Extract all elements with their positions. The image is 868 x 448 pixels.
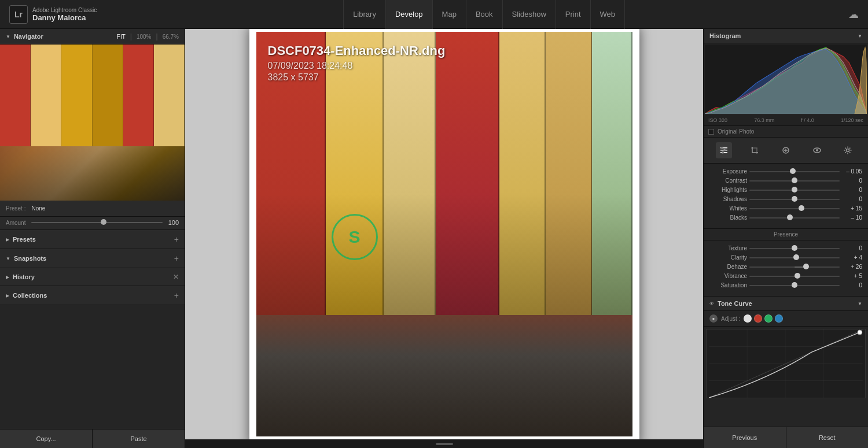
texture-row: Texture 0 — [709, 245, 862, 251]
cloud-icon[interactable]: ☁ — [848, 8, 859, 21]
image-overlay — [256, 32, 632, 436]
masking-tool[interactable] — [809, 142, 825, 158]
highlights-thumb[interactable] — [792, 187, 797, 192]
tool-icons — [704, 138, 868, 164]
vibrance-slider[interactable] — [749, 276, 840, 277]
tone-curve-collapse-icon[interactable]: ▼ — [858, 301, 862, 306]
bottom-strip — [185, 439, 703, 448]
dehaze-slider[interactable] — [749, 266, 840, 268]
texture-thumb[interactable] — [792, 245, 797, 251]
vibrance-thumb[interactable] — [795, 273, 800, 279]
exposure-row: Exposure – 0.05 — [709, 168, 862, 175]
exposure-value: – 0.05 — [842, 168, 862, 175]
tc-green-dot[interactable] — [764, 314, 773, 323]
dehaze-thumb[interactable] — [803, 264, 809, 269]
shadows-slider[interactable] — [749, 199, 840, 200]
history-left: ▶ History — [6, 273, 35, 280]
history-close-icon[interactable]: ✕ — [173, 273, 179, 281]
healing-tool[interactable] — [778, 142, 794, 158]
settings-tool[interactable] — [840, 142, 856, 158]
contrast-slider[interactable] — [749, 180, 840, 182]
image-dimensions: 3825 x 5737 — [268, 72, 446, 83]
tone-curve-title: Tone Curve — [718, 300, 752, 307]
saturation-value: 0 — [842, 282, 862, 288]
snapshots-add-icon[interactable]: + — [174, 254, 179, 263]
preset-label: Preset : — [6, 205, 25, 212]
reset-button[interactable]: Reset — [786, 427, 869, 448]
snapshots-header[interactable]: ▼ Snapshots + — [0, 249, 185, 268]
nav-right: ☁ — [848, 8, 859, 21]
collections-add-icon[interactable]: + — [174, 291, 179, 300]
nav-web[interactable]: Web — [591, 0, 626, 29]
saturation-slider[interactable] — [749, 285, 840, 286]
presets-add-icon[interactable]: + — [174, 235, 179, 244]
app-logo: Lr — [9, 5, 28, 24]
tc-blue-dot[interactable] — [775, 314, 783, 323]
preview-buildings — [0, 45, 185, 146]
snapshots-title: Snapshots — [14, 255, 46, 262]
whites-row: Whites + 15 — [709, 205, 862, 212]
tone-curve-eye-icon[interactable]: 👁 — [709, 301, 714, 306]
crop-tool[interactable] — [746, 142, 763, 158]
image-filename: DSCF0734-Enhanced-NR.dng — [268, 43, 446, 58]
zoom-options: FIT | 100% | 66.7% — [117, 32, 179, 40]
app-name: Adobe Lightroom Classic — [32, 7, 97, 13]
nav-develop[interactable]: Develop — [386, 0, 433, 29]
zoom-667[interactable]: 66.7% — [163, 34, 179, 40]
presets-header[interactable]: ▶ Presets + — [0, 230, 185, 249]
zoom-100[interactable]: 100% — [137, 34, 152, 40]
nav-slideshow[interactable]: Slideshow — [503, 0, 556, 29]
image-info: DSCF0734-Enhanced-NR.dng 07/09/2023 18:2… — [268, 43, 446, 83]
highlights-value: 0 — [842, 187, 862, 193]
nav-print[interactable]: Print — [556, 0, 591, 29]
tone-curve-adjust-label: Adjust : — [721, 316, 740, 322]
amount-slider-thumb[interactable] — [101, 219, 106, 225]
tc-white-dot[interactable] — [744, 314, 752, 323]
blacks-thumb[interactable] — [787, 214, 793, 220]
building-1 — [0, 45, 31, 146]
amount-slider[interactable] — [31, 222, 162, 223]
contrast-thumb[interactable] — [792, 177, 797, 183]
image-wrapper: S DSCF0734-Enhanced-NR.dng 07/09/2023 18… — [249, 29, 639, 439]
histogram-collapse-icon[interactable]: ▼ — [858, 34, 862, 39]
copy-button[interactable]: Copy... — [0, 430, 93, 448]
vibrance-row: Vibrance + 5 — [709, 273, 862, 279]
strip-handle[interactable] — [436, 443, 453, 445]
tone-curve-point-icon[interactable]: ● — [709, 314, 718, 323]
tc-red-dot[interactable] — [754, 314, 762, 323]
clarity-slider[interactable] — [749, 257, 840, 258]
collections-header[interactable]: ▶ Collections + — [0, 286, 185, 305]
original-photo-checkbox[interactable] — [708, 129, 714, 135]
clarity-row: Clarity + 4 — [709, 254, 862, 261]
exposure-thumb[interactable] — [790, 168, 796, 174]
navigator-title: ▼ Navigator — [6, 33, 43, 40]
blacks-slider[interactable] — [749, 217, 840, 219]
building-6 — [154, 45, 185, 146]
shadows-thumb[interactable] — [792, 196, 797, 202]
presence-divider: Presence — [704, 229, 868, 240]
shadows-value: 0 — [842, 196, 862, 202]
collections-triangle-icon: ▶ — [6, 293, 9, 298]
camera-iso: ISO 320 — [708, 117, 727, 123]
nav-library[interactable]: Library — [343, 0, 386, 29]
clarity-value: + 4 — [842, 254, 862, 261]
texture-slider[interactable] — [749, 248, 840, 249]
zoom-fit[interactable]: FIT — [117, 34, 126, 40]
saturation-thumb[interactable] — [792, 282, 797, 288]
exposure-slider[interactable] — [749, 171, 840, 172]
nav-book[interactable]: Book — [466, 0, 503, 29]
clarity-thumb[interactable] — [793, 254, 799, 260]
whites-slider[interactable] — [749, 208, 840, 209]
nav-map[interactable]: Map — [433, 0, 466, 29]
snapshots-left: ▼ Snapshots — [6, 255, 46, 262]
navigator-preview — [0, 45, 185, 201]
whites-thumb[interactable] — [799, 205, 804, 211]
paste-button[interactable]: Paste — [93, 430, 185, 448]
building-5 — [123, 45, 154, 146]
highlights-slider[interactable] — [749, 190, 840, 191]
previous-button[interactable]: Previous — [704, 427, 786, 448]
history-header[interactable]: ▶ History ✕ — [0, 268, 185, 286]
navigator-collapse-icon[interactable]: ▼ — [6, 34, 10, 39]
basic-adjustments-tool[interactable] — [716, 142, 732, 158]
shadows-row: Shadows 0 — [709, 196, 862, 202]
